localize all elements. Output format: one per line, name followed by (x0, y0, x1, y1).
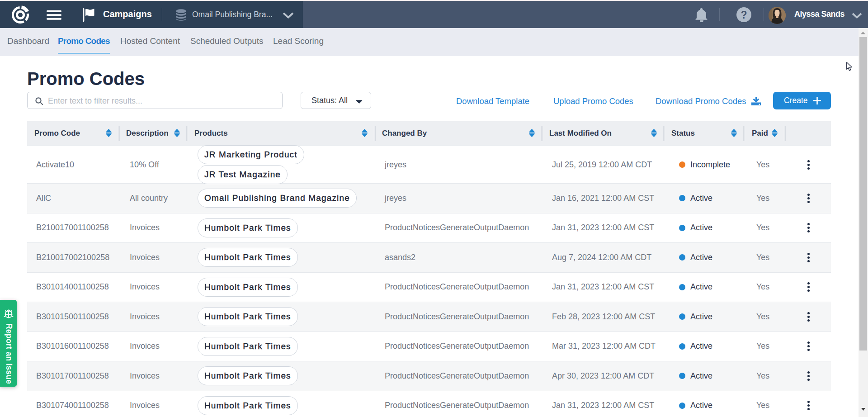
svg-text:?: ? (741, 9, 747, 21)
